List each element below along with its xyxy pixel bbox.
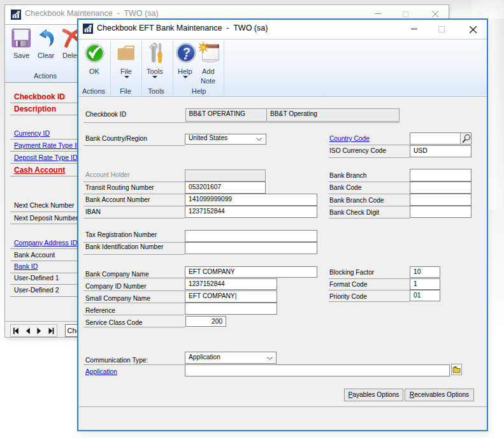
svg-text:?: ? (183, 45, 191, 59)
